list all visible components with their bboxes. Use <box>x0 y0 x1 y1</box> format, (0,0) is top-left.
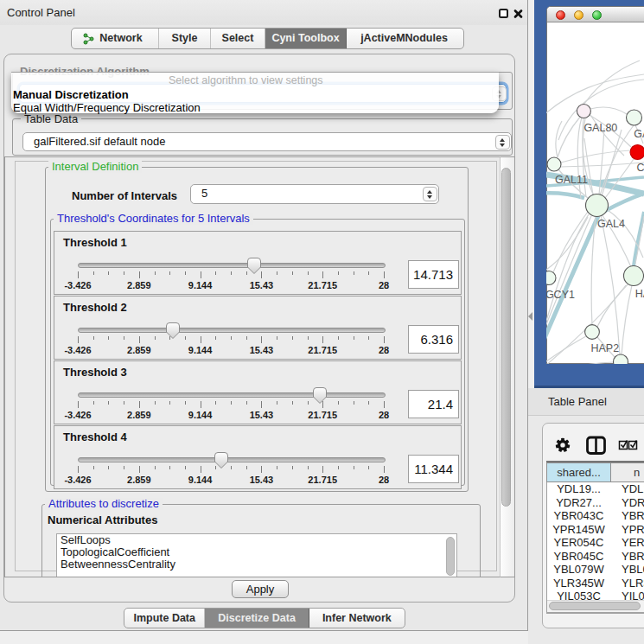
svg-text:CD: CD <box>637 162 644 174</box>
svg-text:GAL4: GAL4 <box>597 218 625 230</box>
svg-text:GA: GA <box>634 128 644 140</box>
svg-text:GAL80: GAL80 <box>583 122 617 134</box>
svg-text:HAP2: HAP2 <box>591 342 620 354</box>
svg-text:HA: HA <box>635 288 644 300</box>
svg-text:GAL11: GAL11 <box>555 174 588 186</box>
svg-text:GCY1: GCY1 <box>546 289 575 301</box>
